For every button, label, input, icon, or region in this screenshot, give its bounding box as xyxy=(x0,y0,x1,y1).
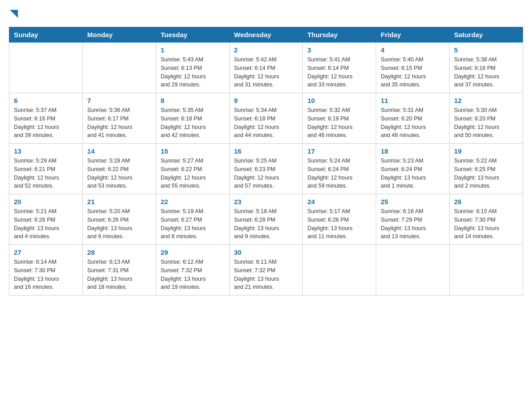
calendar-table: SundayMondayTuesdayWednesdayThursdayFrid… xyxy=(9,27,523,295)
calendar-cell: 13Sunrise: 5:29 AM Sunset: 6:21 PM Dayli… xyxy=(9,144,83,194)
page-header xyxy=(9,9,523,18)
day-info: Sunrise: 5:38 AM Sunset: 6:16 PM Dayligh… xyxy=(454,56,518,89)
day-number: 9 xyxy=(234,97,298,104)
calendar-cell xyxy=(303,245,376,295)
calendar-cell: 4Sunrise: 5:40 AM Sunset: 6:15 PM Daylig… xyxy=(376,43,450,93)
day-number: 27 xyxy=(14,248,78,256)
weekday-header-saturday: Saturday xyxy=(450,27,523,43)
calendar-cell: 15Sunrise: 5:27 AM Sunset: 6:22 PM Dayli… xyxy=(156,144,229,194)
week-row-2: 6Sunrise: 5:37 AM Sunset: 6:16 PM Daylig… xyxy=(9,93,523,144)
calendar-cell: 7Sunrise: 5:36 AM Sunset: 6:17 PM Daylig… xyxy=(82,93,156,144)
day-number: 24 xyxy=(307,198,371,206)
weekday-header-monday: Monday xyxy=(82,27,156,43)
day-info: Sunrise: 5:41 AM Sunset: 6:14 PM Dayligh… xyxy=(307,56,371,89)
day-number: 18 xyxy=(381,147,445,155)
calendar-cell xyxy=(376,245,450,295)
day-number: 13 xyxy=(14,147,78,155)
day-number: 2 xyxy=(234,46,298,54)
day-number: 28 xyxy=(87,248,151,256)
day-info: Sunrise: 5:32 AM Sunset: 6:19 PM Dayligh… xyxy=(307,106,371,140)
day-info: Sunrise: 5:35 AM Sunset: 6:18 PM Dayligh… xyxy=(161,106,225,140)
weekday-header-friday: Friday xyxy=(376,27,450,43)
logo xyxy=(9,9,18,18)
day-number: 19 xyxy=(454,147,518,155)
day-info: Sunrise: 6:11 AM Sunset: 7:32 PM Dayligh… xyxy=(234,258,298,291)
day-info: Sunrise: 6:16 AM Sunset: 7:29 PM Dayligh… xyxy=(381,207,445,241)
calendar-cell: 1Sunrise: 5:43 AM Sunset: 6:13 PM Daylig… xyxy=(156,43,229,93)
day-info: Sunrise: 5:42 AM Sunset: 6:14 PM Dayligh… xyxy=(234,56,298,89)
calendar-cell: 19Sunrise: 5:22 AM Sunset: 6:25 PM Dayli… xyxy=(450,144,523,194)
day-number: 14 xyxy=(87,147,151,155)
calendar-cell: 3Sunrise: 5:41 AM Sunset: 6:14 PM Daylig… xyxy=(303,43,376,93)
day-number: 8 xyxy=(161,97,225,104)
week-row-4: 20Sunrise: 5:21 AM Sunset: 6:26 PM Dayli… xyxy=(9,194,523,245)
day-info: Sunrise: 5:28 AM Sunset: 6:22 PM Dayligh… xyxy=(87,157,151,190)
weekday-header-tuesday: Tuesday xyxy=(156,27,229,43)
day-info: Sunrise: 6:14 AM Sunset: 7:30 PM Dayligh… xyxy=(14,258,78,291)
calendar-cell: 25Sunrise: 6:16 AM Sunset: 7:29 PM Dayli… xyxy=(376,194,450,245)
day-info: Sunrise: 5:37 AM Sunset: 6:16 PM Dayligh… xyxy=(14,106,78,140)
calendar-cell: 22Sunrise: 5:19 AM Sunset: 6:27 PM Dayli… xyxy=(156,194,229,245)
day-info: Sunrise: 5:20 AM Sunset: 6:26 PM Dayligh… xyxy=(87,207,151,241)
day-info: Sunrise: 5:29 AM Sunset: 6:21 PM Dayligh… xyxy=(14,157,78,190)
day-number: 4 xyxy=(381,46,445,54)
day-info: Sunrise: 5:27 AM Sunset: 6:22 PM Dayligh… xyxy=(161,157,225,190)
calendar-cell: 21Sunrise: 5:20 AM Sunset: 6:26 PM Dayli… xyxy=(82,194,156,245)
calendar-cell: 23Sunrise: 5:18 AM Sunset: 6:28 PM Dayli… xyxy=(229,194,303,245)
day-info: Sunrise: 5:43 AM Sunset: 6:13 PM Dayligh… xyxy=(161,56,225,89)
day-number: 16 xyxy=(234,147,298,155)
day-info: Sunrise: 5:34 AM Sunset: 6:18 PM Dayligh… xyxy=(234,106,298,140)
day-number: 26 xyxy=(454,198,518,206)
day-number: 1 xyxy=(161,46,225,54)
calendar-cell: 24Sunrise: 5:17 AM Sunset: 6:28 PM Dayli… xyxy=(303,194,376,245)
calendar-cell: 2Sunrise: 5:42 AM Sunset: 6:14 PM Daylig… xyxy=(229,43,303,93)
week-row-5: 27Sunrise: 6:14 AM Sunset: 7:30 PM Dayli… xyxy=(9,245,523,295)
day-info: Sunrise: 6:13 AM Sunset: 7:31 PM Dayligh… xyxy=(87,258,151,291)
day-number: 29 xyxy=(161,248,225,256)
day-info: Sunrise: 5:18 AM Sunset: 6:28 PM Dayligh… xyxy=(234,207,298,241)
day-number: 25 xyxy=(381,198,445,206)
calendar-cell xyxy=(450,245,523,295)
calendar-cell: 10Sunrise: 5:32 AM Sunset: 6:19 PM Dayli… xyxy=(303,93,376,144)
day-info: Sunrise: 5:23 AM Sunset: 6:24 PM Dayligh… xyxy=(381,157,445,190)
week-row-3: 13Sunrise: 5:29 AM Sunset: 6:21 PM Dayli… xyxy=(9,144,523,194)
day-info: Sunrise: 5:36 AM Sunset: 6:17 PM Dayligh… xyxy=(87,106,151,140)
calendar-cell: 8Sunrise: 5:35 AM Sunset: 6:18 PM Daylig… xyxy=(156,93,229,144)
day-info: Sunrise: 5:24 AM Sunset: 6:24 PM Dayligh… xyxy=(307,157,371,190)
day-info: Sunrise: 5:22 AM Sunset: 6:25 PM Dayligh… xyxy=(454,157,518,190)
day-number: 23 xyxy=(234,198,298,206)
day-info: Sunrise: 5:31 AM Sunset: 6:20 PM Dayligh… xyxy=(381,106,445,140)
day-info: Sunrise: 5:21 AM Sunset: 6:26 PM Dayligh… xyxy=(14,207,78,241)
week-row-1: 1Sunrise: 5:43 AM Sunset: 6:13 PM Daylig… xyxy=(9,43,523,93)
calendar-cell: 9Sunrise: 5:34 AM Sunset: 6:18 PM Daylig… xyxy=(229,93,303,144)
day-info: Sunrise: 5:17 AM Sunset: 6:28 PM Dayligh… xyxy=(307,207,371,241)
calendar-cell: 16Sunrise: 5:25 AM Sunset: 6:23 PM Dayli… xyxy=(229,144,303,194)
day-number: 5 xyxy=(454,46,518,54)
calendar-cell: 11Sunrise: 5:31 AM Sunset: 6:20 PM Dayli… xyxy=(376,93,450,144)
day-info: Sunrise: 6:15 AM Sunset: 7:30 PM Dayligh… xyxy=(454,207,518,241)
calendar-cell: 5Sunrise: 5:38 AM Sunset: 6:16 PM Daylig… xyxy=(450,43,523,93)
day-number: 21 xyxy=(87,198,151,206)
weekday-header-sunday: Sunday xyxy=(9,27,83,43)
calendar-cell: 26Sunrise: 6:15 AM Sunset: 7:30 PM Dayli… xyxy=(450,194,523,245)
day-number: 17 xyxy=(307,147,371,155)
day-number: 22 xyxy=(161,198,225,206)
day-info: Sunrise: 5:19 AM Sunset: 6:27 PM Dayligh… xyxy=(161,207,225,241)
calendar-cell: 30Sunrise: 6:11 AM Sunset: 7:32 PM Dayli… xyxy=(229,245,303,295)
day-info: Sunrise: 5:30 AM Sunset: 6:20 PM Dayligh… xyxy=(454,106,518,140)
day-number: 3 xyxy=(307,46,371,54)
day-info: Sunrise: 5:25 AM Sunset: 6:23 PM Dayligh… xyxy=(234,157,298,190)
weekday-header-row: SundayMondayTuesdayWednesdayThursdayFrid… xyxy=(9,27,523,43)
weekday-header-wednesday: Wednesday xyxy=(229,27,303,43)
calendar-cell: 27Sunrise: 6:14 AM Sunset: 7:30 PM Dayli… xyxy=(9,245,83,295)
calendar-cell: 18Sunrise: 5:23 AM Sunset: 6:24 PM Dayli… xyxy=(376,144,450,194)
calendar-cell: 6Sunrise: 5:37 AM Sunset: 6:16 PM Daylig… xyxy=(9,93,83,144)
calendar-cell: 28Sunrise: 6:13 AM Sunset: 7:31 PM Dayli… xyxy=(82,245,156,295)
day-number: 30 xyxy=(234,248,298,256)
day-number: 15 xyxy=(161,147,225,155)
day-number: 11 xyxy=(381,97,445,104)
calendar-cell: 17Sunrise: 5:24 AM Sunset: 6:24 PM Dayli… xyxy=(303,144,376,194)
day-number: 20 xyxy=(14,198,78,206)
calendar-cell: 12Sunrise: 5:30 AM Sunset: 6:20 PM Dayli… xyxy=(450,93,523,144)
logo-arrow-icon xyxy=(10,10,18,18)
